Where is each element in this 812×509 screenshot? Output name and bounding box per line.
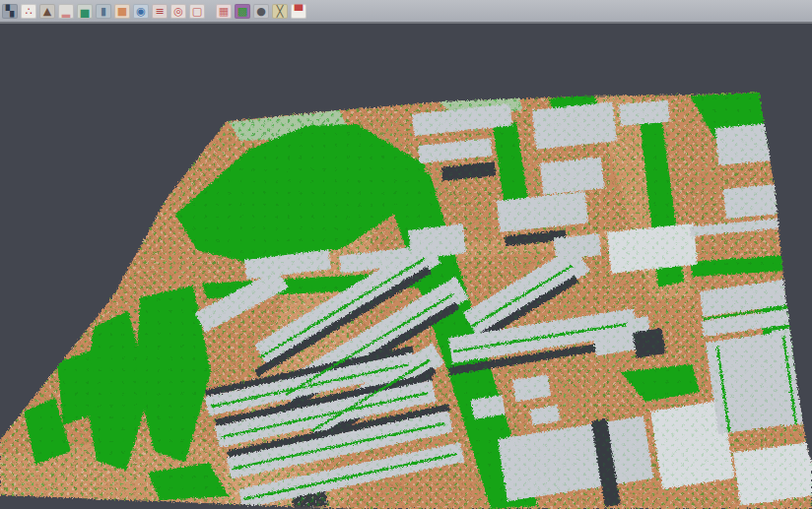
classification-icon[interactable]: ▩ [235,4,250,19]
viewport-3d[interactable] [0,24,812,509]
point-cloud-scene[interactable] [0,24,812,509]
flag-icon[interactable]: ▀ [291,4,306,19]
application-window: ▚∴▲▂▅▮■◉≡◎▢▦▩●╳▀ [0,0,812,509]
select-icon[interactable]: ▚ [2,4,18,19]
globe-icon[interactable]: ◉ [133,4,149,19]
orthophoto-icon[interactable]: ■ [114,4,130,19]
measure-icon[interactable]: ╳ [272,4,288,19]
sphere-icon[interactable]: ● [253,4,269,19]
panel-icon[interactable]: ▮ [96,4,111,19]
profile-icon[interactable]: ≡ [152,4,168,19]
terrain-icon[interactable]: ▲ [39,4,55,19]
surface-icon[interactable]: ▂ [58,4,74,19]
toolbar: ▚∴▲▂▅▮■◉≡◎▢▦▩●╳▀ [0,0,812,24]
toolbar-separator [208,4,216,19]
points-icon[interactable]: ∴ [21,4,36,19]
extent-icon[interactable]: ▢ [189,4,205,19]
target-icon[interactable]: ◎ [170,4,186,19]
hill-icon[interactable]: ▅ [77,4,93,19]
grid-icon[interactable]: ▦ [216,4,232,19]
